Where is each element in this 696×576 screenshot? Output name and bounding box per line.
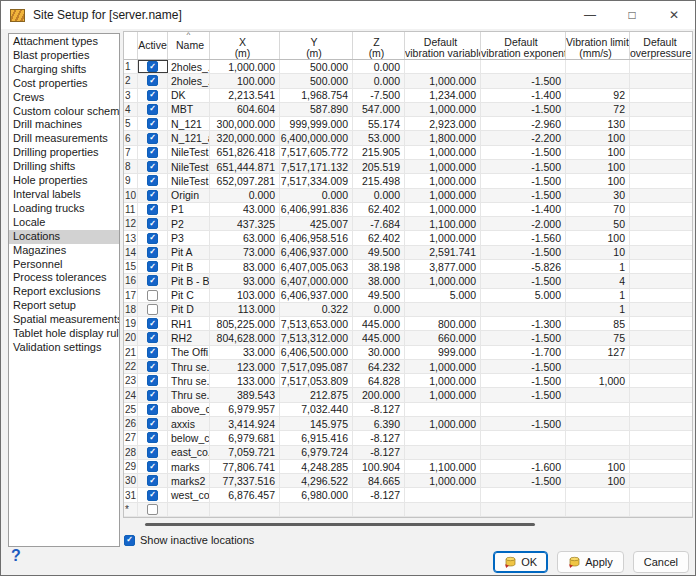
- x-cell[interactable]: [210, 503, 280, 516]
- y-cell[interactable]: 0.000: [280, 189, 353, 202]
- vibration-exponent-cell[interactable]: -2.200: [481, 131, 566, 144]
- overpressure-cell[interactable]: [630, 317, 692, 330]
- name-cell[interactable]: Pit C: [168, 289, 210, 302]
- active-checkbox[interactable]: [147, 275, 158, 286]
- sidebar-item-drilling-shifts[interactable]: Drilling shifts: [9, 160, 119, 174]
- overpressure-cell[interactable]: [630, 203, 692, 216]
- y-cell[interactable]: 145.975: [280, 417, 353, 430]
- z-cell[interactable]: 38.198: [353, 260, 405, 273]
- y-cell[interactable]: 587.890: [280, 103, 353, 116]
- y-cell[interactable]: 6,915.416: [280, 431, 353, 444]
- active-cell[interactable]: [138, 488, 168, 501]
- vibration-variable-cell[interactable]: 1,000.000: [405, 388, 481, 401]
- active-cell[interactable]: [138, 431, 168, 444]
- vibration-variable-cell[interactable]: 3,877.000: [405, 260, 481, 273]
- apply-button[interactable]: Apply: [557, 551, 624, 573]
- vibration-limit-cell[interactable]: [566, 360, 630, 373]
- row-header[interactable]: 2: [124, 74, 138, 87]
- active-cell[interactable]: [138, 74, 168, 87]
- z-cell[interactable]: 49.500: [353, 289, 405, 302]
- x-cell[interactable]: 77,337.516: [210, 474, 280, 487]
- y-cell[interactable]: 6,407,005.063: [280, 260, 353, 273]
- z-cell[interactable]: 55.174: [353, 117, 405, 130]
- y-cell[interactable]: 4,248.285: [280, 460, 353, 473]
- sidebar-item-locations[interactable]: Locations: [9, 230, 119, 244]
- z-cell[interactable]: -7.684: [353, 217, 405, 230]
- overpressure-cell[interactable]: [630, 117, 692, 130]
- y-cell[interactable]: 6,406,937.000: [280, 246, 353, 259]
- vibration-variable-cell[interactable]: 1,000.000: [405, 374, 481, 387]
- vibration-variable-cell[interactable]: 1,100.000: [405, 460, 481, 473]
- active-checkbox[interactable]: [147, 375, 158, 386]
- vibration-exponent-cell[interactable]: -1.500: [481, 103, 566, 116]
- overpressure-cell[interactable]: [630, 231, 692, 244]
- vibration-limit-cell[interactable]: 100: [566, 131, 630, 144]
- overpressure-cell[interactable]: [630, 474, 692, 487]
- active-checkbox[interactable]: [147, 190, 158, 201]
- row-header[interactable]: 10: [124, 189, 138, 202]
- sidebar-item-magazines[interactable]: Magazines: [9, 244, 119, 258]
- z-cell[interactable]: 84.665: [353, 474, 405, 487]
- row-header[interactable]: 21: [124, 346, 138, 359]
- active-cell[interactable]: [138, 360, 168, 373]
- active-checkbox[interactable]: [147, 404, 158, 415]
- x-cell[interactable]: 7,059.721: [210, 446, 280, 459]
- vibration-exponent-cell[interactable]: [481, 303, 566, 316]
- y-cell[interactable]: 1,968.754: [280, 89, 353, 102]
- x-cell[interactable]: 0.000: [210, 189, 280, 202]
- active-checkbox[interactable]: [147, 233, 158, 244]
- vibration-limit-cell[interactable]: 92: [566, 89, 630, 102]
- row-header[interactable]: 28: [124, 446, 138, 459]
- name-cell[interactable]: Thru se...: [168, 360, 210, 373]
- y-cell[interactable]: 7,517,095.087: [280, 360, 353, 373]
- vibration-variable-cell[interactable]: 1,000.000: [405, 274, 481, 287]
- vibration-variable-cell[interactable]: [405, 431, 481, 444]
- overpressure-cell[interactable]: [630, 174, 692, 187]
- vibration-exponent-cell[interactable]: [481, 431, 566, 444]
- vibration-limit-cell[interactable]: 100: [566, 474, 630, 487]
- active-cell[interactable]: [138, 274, 168, 287]
- scrollbar-thumb[interactable]: [145, 523, 535, 526]
- vibration-exponent-cell[interactable]: -1.500: [481, 74, 566, 87]
- y-cell[interactable]: 999,999.000: [280, 117, 353, 130]
- name-cell[interactable]: 2holes_...: [168, 74, 210, 87]
- active-cell[interactable]: [138, 89, 168, 102]
- active-cell[interactable]: [138, 474, 168, 487]
- overpressure-cell[interactable]: [630, 403, 692, 416]
- vibration-limit-cell[interactable]: [566, 60, 630, 73]
- active-checkbox[interactable]: [147, 447, 158, 458]
- column-header[interactable]: Active: [138, 32, 168, 59]
- z-cell[interactable]: 215.498: [353, 174, 405, 187]
- y-cell[interactable]: 7,032.440: [280, 403, 353, 416]
- name-cell[interactable]: Thru se...: [168, 374, 210, 387]
- active-cell[interactable]: [138, 374, 168, 387]
- name-cell[interactable]: west_co...: [168, 488, 210, 501]
- vibration-exponent-cell[interactable]: -5.826: [481, 260, 566, 273]
- name-cell[interactable]: above_c...: [168, 403, 210, 416]
- vibration-exponent-cell[interactable]: -1.500: [481, 274, 566, 287]
- row-header[interactable]: 11: [124, 203, 138, 216]
- sidebar-item-interval-labels[interactable]: Interval labels: [9, 188, 119, 202]
- sidebar-item-blast-properties[interactable]: Blast properties: [9, 49, 119, 63]
- overpressure-cell[interactable]: [630, 131, 692, 144]
- active-checkbox[interactable]: [147, 161, 158, 172]
- active-checkbox[interactable]: [147, 361, 158, 372]
- active-cell[interactable]: [138, 231, 168, 244]
- name-cell[interactable]: axxis: [168, 417, 210, 430]
- vibration-limit-cell[interactable]: 1: [566, 303, 630, 316]
- y-cell[interactable]: 500.000: [280, 60, 353, 73]
- sidebar-item-loading-trucks[interactable]: Loading trucks: [9, 202, 119, 216]
- row-header[interactable]: 19: [124, 317, 138, 330]
- row-header[interactable]: 12: [124, 217, 138, 230]
- name-cell[interactable]: N_121_a...: [168, 131, 210, 144]
- z-cell[interactable]: 445.000: [353, 331, 405, 344]
- sidebar-item-cost-properties[interactable]: Cost properties: [9, 77, 119, 91]
- y-cell[interactable]: 7,517,171.132: [280, 160, 353, 173]
- overpressure-cell[interactable]: [630, 89, 692, 102]
- z-cell[interactable]: 205.519: [353, 160, 405, 173]
- active-checkbox[interactable]: [147, 261, 158, 272]
- x-cell[interactable]: 77,806.741: [210, 460, 280, 473]
- overpressure-cell[interactable]: [630, 160, 692, 173]
- x-cell[interactable]: 123.000: [210, 360, 280, 373]
- active-checkbox[interactable]: [147, 290, 158, 301]
